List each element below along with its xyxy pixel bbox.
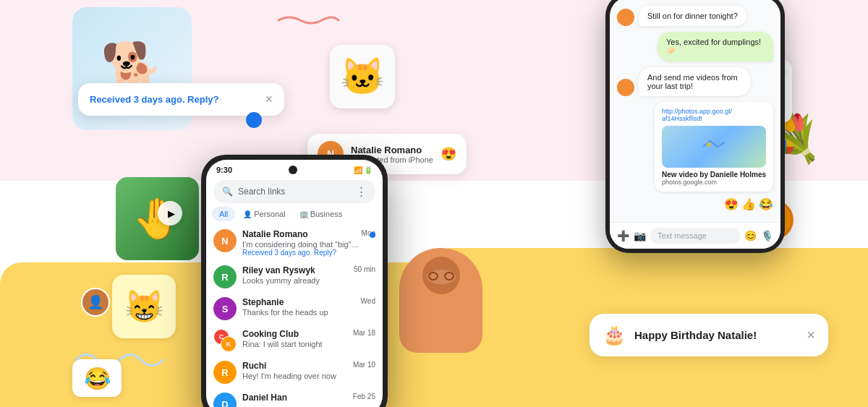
laugh-card: 😂 [72, 359, 122, 397]
msg-item-stephanie[interactable]: S Stephanie Wed Thanks for the heads up [206, 293, 383, 325]
phone-messages-list: N Natalie Romano Mon I'm considering doi… [206, 225, 383, 407]
msg-content-cooking: Cooking Club Mar 18 Rina: I will start t… [242, 329, 375, 348]
msg-content-riley: Riley van Ryswyk 50 min Looks yummy alre… [242, 265, 375, 285]
msg-avatar-ruchi: R [213, 361, 237, 384]
rp-camera-icon[interactable]: 📷 [634, 230, 646, 241]
msg-header-natalie: Natalie Romano Mon [242, 229, 375, 239]
right-phone-screen: Still on for dinner tonight? Yes, excite… [610, 0, 780, 249]
msg-received-natalie: Received 3 days ago. Reply? [242, 249, 375, 257]
msg-item-riley[interactable]: R Riley van Ryswyk 50 min Looks yummy al… [206, 261, 383, 293]
rp-link-title: New video by Danielle Holmes [662, 171, 766, 179]
msg-name-daniel: Daniel Han [242, 393, 287, 403]
msg-header-cooking: Cooking Club Mar 18 [242, 329, 375, 339]
msg-header-daniel: Daniel Han Feb 25 [242, 393, 375, 403]
msg-item-cooking[interactable]: C K Cooking Club Mar 18 Rina: I will sta… [206, 325, 383, 356]
msg-name-natalie: Natalie Romano [242, 229, 308, 239]
birthday-close[interactable]: × [807, 327, 815, 343]
birthday-text: Happy Birthday Natalie! [634, 329, 798, 341]
msg-item-daniel[interactable]: D Daniel Han Feb 25 [206, 388, 383, 407]
rp-messages-area: Still on for dinner tonight? Yes, excite… [610, 0, 780, 222]
tab-personal[interactable]: 👤Personal [237, 207, 291, 221]
msg-avatar-stephanie: S [213, 297, 237, 320]
person-body [399, 248, 482, 353]
cat-small-card: 😸 [112, 275, 176, 338]
rp-input-field[interactable]: Text message [650, 228, 740, 244]
msg-time-ruchi: Mar 10 [353, 361, 375, 371]
reaction-3: 😂 [759, 197, 773, 211]
msg-preview-cooking: Rina: I will start tonight [242, 340, 375, 348]
tab-business[interactable]: 🏢Business [294, 207, 349, 221]
msg-item-ruchi[interactable]: R Ruchi Mar 10 Hey! I'm heading over now [206, 356, 383, 388]
msg-avatar-natalie: N [213, 229, 237, 252]
rp-msg-link: http://photos.app.goo.gl/af14Hsskflisd! … [617, 102, 773, 192]
msg-dot-natalie [370, 232, 375, 238]
msg-item-natalie[interactable]: N Natalie Romano Mon I'm considering doi… [206, 225, 383, 261]
rp-msg-1: Still on for dinner tonight? [617, 6, 773, 26]
hand-illustration: 🤚 [116, 177, 199, 260]
rp-bubble-2: Yes, excited for dumplings! 🥟 [658, 32, 773, 61]
msg-time-stephanie: Wed [361, 297, 375, 307]
msg-preview-natalie: I'm considering doing that "big"... [242, 240, 375, 249]
msg-content-ruchi: Ruchi Mar 10 Hey! I'm heading over now [242, 361, 375, 380]
blue-dot [246, 112, 262, 128]
msg-time-daniel: Feb 25 [353, 393, 375, 403]
battery-icon: 🔋 [364, 166, 373, 174]
msg-name-cooking: Cooking Club [242, 329, 299, 339]
msg-avatar-cooking-group: C K [213, 329, 237, 352]
phone-menu-dots[interactable]: ⋮ [356, 185, 367, 198]
rp-avatar-1 [617, 9, 634, 26]
msg-name-ruchi: Ruchi [242, 361, 266, 371]
person-glasses [427, 270, 456, 284]
rp-link-bubble: http://photos.app.goo.gl/af14Hsskflisd! … [655, 102, 773, 192]
msg-preview-riley: Looks yummy already [242, 276, 375, 285]
msg-content-stephanie: Stephanie Wed Thanks for the heads up [242, 297, 375, 317]
wifi-icon: 📶 [354, 166, 362, 174]
phone-status-icons: 📶 🔋 [354, 166, 373, 174]
phone-search-bar[interactable]: 🔍 Search links ⋮ [213, 180, 375, 203]
rp-add-icon[interactable]: ➕ [617, 230, 629, 241]
rp-bubble-3: And send me videos from your last trip! [639, 67, 751, 96]
rp-msg-3: And send me videos from your last trip! [617, 67, 773, 96]
center-phone-container: 9:30 📶 🔋 🔍 Search links ⋮ All 👤Personal … [201, 155, 388, 407]
rp-avatar-3 [617, 79, 634, 96]
phone-camera [289, 166, 297, 174]
msg-header-riley: Riley van Ryswyk 50 min [242, 265, 375, 275]
phone-status-bar: 9:30 📶 🔋 [206, 160, 383, 177]
rp-link-url: http://photos.app.goo.gl/af14Hsskflisd! [662, 108, 766, 122]
center-phone-screen: 9:30 📶 🔋 🔍 Search links ⋮ All 👤Personal … [206, 160, 383, 407]
natalie-card-name: Natalie Romano [351, 145, 433, 155]
small-person-avatar: 👤 [81, 288, 110, 317]
play-button[interactable]: ▶ [158, 201, 182, 226]
rp-reactions: 😍 👍 😂 [617, 197, 773, 211]
msg-content-daniel: Daniel Han Feb 25 [242, 393, 375, 403]
msg-header-ruchi: Ruchi Mar 10 [242, 361, 375, 371]
svg-point-0 [707, 142, 711, 147]
right-phone-container: Still on for dinner tonight? Yes, excite… [605, 0, 785, 253]
msg-time-riley: 50 min [354, 265, 375, 275]
phone-tabs: All 👤Personal 🏢Business [212, 207, 377, 221]
msg-preview-stephanie: Thanks for the heads up [242, 308, 375, 317]
cat-hat-card: 🐱 [330, 45, 395, 108]
person-illustration [399, 248, 490, 356]
phone-time: 9:30 [216, 166, 232, 174]
rp-bubble-1: Still on for dinner tonight? [639, 6, 746, 26]
rp-msg-2: Yes, excited for dumplings! 🥟 [617, 32, 773, 61]
reaction-1: 😍 [724, 197, 739, 211]
received-card: Received 3 days ago. Reply? × [78, 83, 284, 116]
msg-name-stephanie: Stephanie [242, 297, 284, 307]
msg-header-stephanie: Stephanie Wed [242, 297, 375, 307]
msg-time-cooking: Mar 18 [353, 329, 375, 339]
received-card-close[interactable]: × [265, 92, 273, 107]
rp-mic-icon[interactable]: 🎙️ [761, 230, 773, 241]
right-phone-frame: Still on for dinner tonight? Yes, excite… [605, 0, 785, 253]
birthday-emoji: 🎂 [603, 324, 626, 346]
msg-avatar-daniel: D [213, 393, 237, 407]
phone-search-icon: 🔍 [222, 187, 233, 197]
rp-emoji-icon[interactable]: 😊 [744, 230, 757, 241]
natalie-card-emoji: 😍 [441, 146, 456, 162]
phone-search-text: Search links [238, 187, 351, 197]
msg-name-riley: Riley van Ryswyk [242, 265, 315, 275]
tab-all[interactable]: All [212, 207, 235, 221]
top-wave [275, 13, 340, 27]
center-phone-frame: 9:30 📶 🔋 🔍 Search links ⋮ All 👤Personal … [201, 155, 388, 407]
